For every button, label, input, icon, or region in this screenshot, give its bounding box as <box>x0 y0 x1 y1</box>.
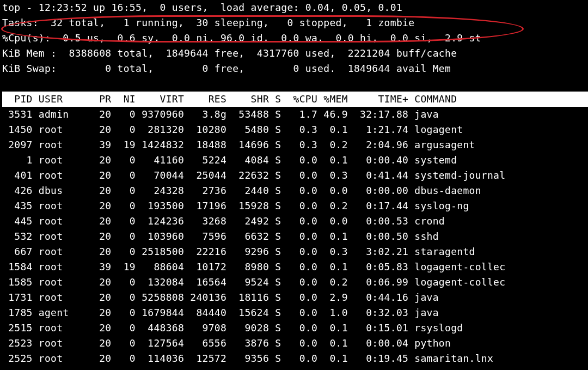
process-row: 532 root 20 0 103960 7596 6632 S 0.0 0.1… <box>2 229 586 244</box>
process-row: 1785 agent 20 0 1679844 84440 15624 S 0.… <box>2 305 586 320</box>
process-row: 1450 root 20 0 281320 10280 5480 S 0.3 0… <box>2 122 586 137</box>
process-list: 3531 admin 20 0 9370960 3.8g 53488 S 1.7… <box>2 107 586 366</box>
process-row: 2525 root 20 0 114036 12572 9356 S 0.0 0… <box>2 351 586 366</box>
swap-summary-line: KiB Swap: 0 total, 0 free, 0 used. 18496… <box>2 61 586 76</box>
process-row: 426 dbus 20 0 24328 2736 2440 S 0.0 0.0 … <box>2 183 586 198</box>
process-row: 1731 root 20 0 5258808 240136 18116 S 0.… <box>2 290 586 305</box>
tasks-summary-line: Tasks: 32 total, 1 running, 30 sleeping,… <box>2 15 586 31</box>
blank-line <box>2 76 586 92</box>
process-row: 1585 root 20 0 132084 16564 9524 S 0.0 0… <box>2 275 586 290</box>
process-row: 2515 root 20 0 448368 9708 9028 S 0.0 0.… <box>2 320 586 336</box>
process-row: 435 root 20 0 193500 17196 15928 S 0.0 0… <box>2 198 586 214</box>
process-row: 2097 root 39 19 1424832 18488 14696 S 0.… <box>2 137 586 153</box>
process-header-text: PID USER PR NI VIRT RES SHR S %CPU %MEM … <box>2 92 588 107</box>
process-row: 1 root 20 0 41160 5224 4084 S 0.0 0.1 0:… <box>2 153 586 168</box>
process-row: 401 root 20 0 70044 25044 22632 S 0.0 0.… <box>2 168 586 183</box>
terminal-window[interactable]: top - 12:23:52 up 16:55, 0 users, load a… <box>0 0 588 370</box>
cpu-summary-line: %Cpu(s): 0.5 us, 0.6 sy, 0.0 ni, 96.0 id… <box>2 31 586 46</box>
process-row: 2523 root 20 0 127564 6556 3876 S 0.0 0.… <box>2 336 586 351</box>
process-header-row: PID USER PR NI VIRT RES SHR S %CPU %MEM … <box>2 92 586 107</box>
process-row: 445 root 20 0 124236 3268 2492 S 0.0 0.0… <box>2 214 586 229</box>
process-row: 1584 root 39 19 88604 10172 8980 S 0.0 0… <box>2 259 586 275</box>
top-summary-line: top - 12:23:52 up 16:55, 0 users, load a… <box>2 0 586 15</box>
process-row: 3531 admin 20 0 9370960 3.8g 53488 S 1.7… <box>2 107 586 122</box>
mem-summary-line: KiB Mem : 8388608 total, 1849644 free, 4… <box>2 46 586 61</box>
process-row: 667 root 20 0 2518500 22216 9296 S 0.0 0… <box>2 244 586 259</box>
